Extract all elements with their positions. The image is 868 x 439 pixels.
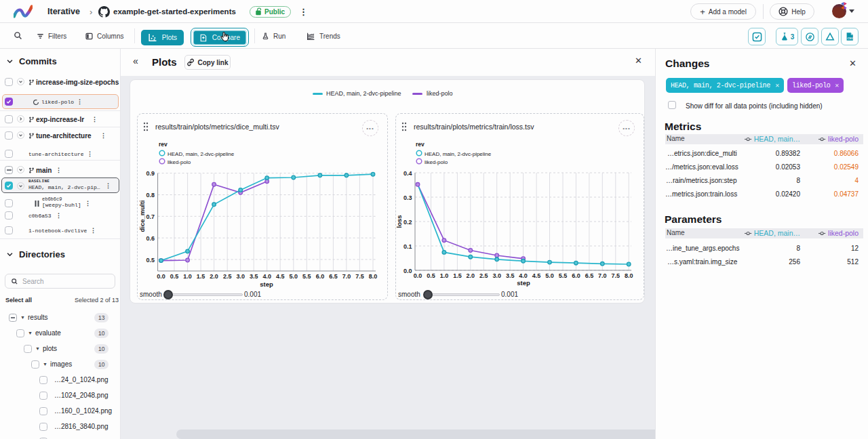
svg-text:2.0: 2.0	[210, 273, 218, 280]
svg-text:dice_multi: dice_multi	[138, 201, 146, 232]
svg-text:0.2: 0.2	[403, 219, 412, 226]
svg-text:6.0: 6.0	[316, 273, 325, 280]
svg-text:7.5: 7.5	[355, 273, 364, 280]
svg-text:0.8: 0.8	[146, 192, 155, 198]
svg-text:1.5: 1.5	[197, 273, 205, 280]
svg-text:5.0: 5.0	[545, 272, 554, 279]
svg-text:7.0: 7.0	[598, 272, 607, 279]
svg-text:0.1: 0.1	[403, 243, 412, 250]
svg-text:5.5: 5.5	[302, 273, 311, 280]
svg-text:1.0: 1.0	[440, 272, 449, 279]
svg-text:0.3: 0.3	[403, 194, 412, 201]
svg-text:3.0: 3.0	[492, 272, 501, 279]
svg-text:1.0: 1.0	[183, 273, 192, 280]
svg-text:6.5: 6.5	[329, 273, 338, 280]
svg-text:6.5: 6.5	[585, 272, 594, 279]
svg-text:3.5: 3.5	[506, 272, 515, 279]
svg-text:6.0: 6.0	[572, 272, 580, 279]
svg-text:0.0: 0.0	[414, 272, 422, 279]
svg-text:4.0: 4.0	[519, 272, 528, 279]
svg-text:4.0: 4.0	[262, 273, 271, 280]
svg-text:0.4: 0.4	[403, 170, 412, 177]
svg-text:4.5: 4.5	[532, 272, 541, 279]
svg-text:0.5: 0.5	[170, 273, 179, 280]
svg-text:3.0: 3.0	[236, 273, 245, 280]
svg-text:HEAD, main, 2-dvc-pipeline: HEAD, main, 2-dvc-pipeline	[167, 151, 235, 157]
svg-text:CSV: CSV	[848, 37, 853, 40]
svg-text:3.5: 3.5	[250, 273, 258, 280]
svg-text:8.0: 8.0	[369, 273, 378, 280]
svg-text:step: step	[517, 279, 530, 287]
svg-text:7.5: 7.5	[612, 272, 620, 279]
svg-text:liked-polo: liked-polo	[425, 159, 448, 165]
svg-text:5.5: 5.5	[559, 272, 568, 279]
svg-text:2.5: 2.5	[223, 273, 232, 280]
svg-text:2.5: 2.5	[479, 272, 488, 279]
svg-text:0.5: 0.5	[146, 257, 155, 264]
svg-text:0.0: 0.0	[403, 268, 412, 274]
svg-text:0.6: 0.6	[146, 235, 155, 242]
svg-text:rev: rev	[159, 141, 167, 148]
svg-text:loss: loss	[396, 215, 403, 228]
svg-text:7.0: 7.0	[342, 273, 351, 280]
svg-text:5.0: 5.0	[290, 273, 298, 280]
svg-text:HEAD, main, 2-dvc-pipeline: HEAD, main, 2-dvc-pipeline	[425, 151, 492, 157]
svg-text:1.5: 1.5	[453, 272, 462, 279]
svg-text:0.7: 0.7	[146, 213, 155, 220]
svg-text:0.0: 0.0	[157, 273, 165, 280]
svg-text:4.5: 4.5	[276, 273, 285, 280]
svg-text:8.0: 8.0	[625, 272, 633, 279]
svg-text:0.9: 0.9	[146, 170, 155, 177]
svg-text:rev: rev	[416, 141, 425, 148]
svg-text:2.0: 2.0	[467, 272, 475, 279]
svg-text:liked-polo: liked-polo	[167, 159, 191, 165]
svg-text:step: step	[260, 280, 273, 288]
svg-text:0.5: 0.5	[427, 272, 435, 279]
